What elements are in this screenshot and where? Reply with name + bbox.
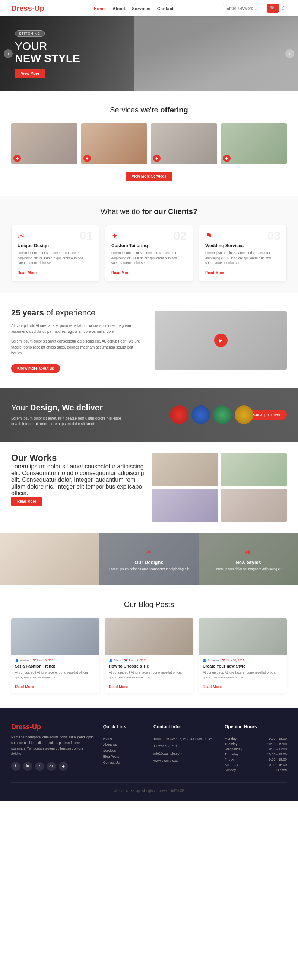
hero-section: STITCHING YOUR NEW STYLE View More ‹ › [0, 16, 298, 91]
nav-home[interactable]: Home [94, 6, 106, 11]
our-designs-icon: ✂ [145, 547, 153, 557]
footer-grid: Dress-Up Nam libero tempore, cum soluta … [11, 723, 287, 773]
what-card-1: 01 ✂ Unique Design Lorem ipsum dolor sit… [11, 225, 99, 282]
blog-date-2: 📅 Nov 18, 2021 [124, 659, 147, 662]
what-card-body-2: Lorem ipsum dolor sit amet sed consectet… [112, 251, 186, 266]
footer-hours-tuesday: Tuesday10:00 - 19:00 [225, 742, 287, 746]
footer-hours-friday: Friday9:00 - 18:00 [225, 758, 287, 761]
blog-readmore-2[interactable]: Read More [109, 685, 128, 689]
spool-yellow [235, 406, 253, 424]
design-block-right: ❧ New Styles Lorem ipsum dolor sit. magn… [199, 533, 298, 585]
what-card-3: 03 ⚑ Wedding Services Lorem ipsum dolor … [199, 225, 287, 282]
service-card-1: + [11, 123, 78, 164]
what-cards-grid: 01 ✂ Unique Design Lorem ipsum dolor sit… [11, 225, 287, 282]
footer-email: info@example.com [153, 751, 216, 757]
footer-link-home[interactable]: Home [103, 737, 145, 741]
design-banner-title-bold: Design, We deliver [30, 403, 103, 412]
footer-link-about[interactable]: About Us [103, 743, 145, 746]
blog-body-text-1: At conupit edit At iure facere, pono rep… [15, 670, 96, 680]
footer-hours-thursday: Thursday10:00 - 19:00 [225, 752, 287, 756]
theme-toggle-button[interactable]: ☾ [282, 5, 287, 12]
blog-body-text-2: At conupit edit At iure facere, pono rep… [109, 670, 189, 680]
blog-date-1: 📅 Nov 15, 2021 [32, 659, 55, 662]
hero-title: YOUR NEW STYLE [15, 40, 80, 64]
footer-contact-col: Contact Info 1000T, 5th Avenue, #12841 B… [153, 723, 216, 773]
footer-social: f in t g+ ◆ [11, 762, 94, 771]
service-add-4[interactable]: + [223, 154, 231, 162]
social-linkedin-icon[interactable]: in [23, 762, 32, 771]
logo-suffix: -Up [32, 4, 44, 12]
what-we-do-section: What we do for our Clients? 01 ✂ Unique … [0, 196, 298, 293]
social-pinterest-icon[interactable]: ◆ [59, 762, 68, 771]
spool-blue [191, 406, 210, 424]
nav-services[interactable]: Services [132, 6, 150, 11]
new-styles-title: New Styles [236, 560, 261, 565]
what-card-title-1: Unique Design [18, 243, 93, 248]
works-read-more-button[interactable]: Read More [11, 497, 42, 506]
service-add-3[interactable]: + [153, 154, 161, 162]
service-add-2[interactable]: + [83, 154, 91, 162]
footer-link-blog[interactable]: Blog Posts [103, 755, 145, 759]
footer-quicklink-heading: Quick Link [103, 724, 126, 732]
works-image-3 [152, 488, 218, 522]
footer-link-contact[interactable]: Contact Us [103, 761, 145, 764]
design-banner-title-normal: Your [11, 403, 27, 412]
footer-link-services[interactable]: Services [103, 749, 145, 752]
hero-cta-button[interactable]: View More [15, 69, 45, 78]
blog-heading: Our Blog Posts [11, 600, 287, 609]
works-image-2 [220, 453, 287, 486]
service-card-3: + [151, 123, 217, 164]
footer-hours-col: Opening Hours Monday9:00 - 18:00 Tuesday… [225, 723, 287, 773]
what-card-title-3: Wedding Services [205, 243, 280, 248]
blog-section: Our Blog Posts 👤 Maxine 📅 Nov 15, 2021 S… [0, 585, 298, 708]
design-banner-body: Lorem ipsum dolor sit amet. Nilit beatae… [11, 415, 123, 427]
footer-website: www.example.com [153, 759, 216, 764]
works-heading: Our Works [11, 453, 146, 463]
blog-title-3: Create Your new Style [202, 664, 283, 668]
footer-hours-monday: Monday9:00 - 18:00 [225, 737, 287, 741]
know-more-button[interactable]: Know more about us [11, 364, 60, 373]
what-card-readmore-3[interactable]: Read More [205, 271, 224, 275]
play-button[interactable]: ▶ [214, 334, 228, 347]
what-card-num-1: 01 [79, 230, 93, 242]
what-card-readmore-2[interactable]: Read More [112, 271, 131, 275]
blog-card-2: 👤 Alters 📅 Nov 18, 2021 How to Choose a … [105, 618, 193, 693]
spool-red [170, 406, 188, 424]
social-googleplus-icon[interactable]: g+ [47, 762, 56, 771]
service-card-2: + [81, 123, 148, 164]
hero-next-button[interactable]: › [285, 49, 294, 58]
search-input[interactable] [223, 4, 264, 12]
nav-contact[interactable]: Contact [157, 6, 174, 11]
blog-title-1: Set a Fashion Trend! [15, 664, 96, 668]
footer-address: 1000T, 5th Avenue, #12841 Block, USA [153, 737, 216, 742]
experience-para-2: Lorem ipsum dolor sit amet consectetur a… [11, 339, 143, 356]
works-body: Lorem ipsum dolor sit amet consectetur a… [11, 463, 146, 497]
search-button[interactable]: 🔍 [267, 4, 279, 13]
hero-badge: STITCHING [15, 30, 45, 37]
blog-grid: 👤 Maxine 📅 Nov 15, 2021 Set a Fashion Tr… [11, 618, 287, 693]
our-designs-body: Lorem ipsum dolor sit amet consectetur a… [109, 567, 189, 571]
footer-hours-wednesday: Wednesday9:00 - 17:00 [225, 747, 287, 751]
view-more-services-button[interactable]: View More Services [126, 172, 172, 181]
blog-readmore-3[interactable]: Read More [202, 685, 222, 689]
service-add-1[interactable]: + [13, 154, 21, 162]
footer: Dress-Up Nam libero tempore, cum soluta … [0, 708, 298, 801]
social-facebook-icon[interactable]: f [11, 762, 20, 771]
experience-heading-normal: of experience [46, 308, 96, 317]
logo-prefix: Dress [11, 4, 32, 12]
our-works-section: Our Works Lorem ipsum dolor sit amet con… [0, 442, 298, 533]
nav-about[interactable]: About [113, 6, 125, 11]
what-card-readmore-1[interactable]: Read More [18, 271, 37, 275]
blog-card-3: 👤 Johnson 📅 Nov 20, 2021 Create Your new… [199, 618, 287, 693]
experience-para-1: At conupit odit At iure facere, pono rep… [11, 323, 143, 335]
site-logo: Dress-Up [11, 4, 44, 13]
social-twitter-icon[interactable]: t [35, 762, 44, 771]
what-heading-bold: for our Clients? [142, 207, 198, 216]
services-heading-normal: Services we're [110, 106, 158, 114]
what-card-num-2: 02 [173, 230, 186, 242]
works-image-1 [152, 453, 218, 486]
navbar: Dress-Up Home About Services Contact 🔍 ☾ [0, 0, 298, 16]
blog-readmore-1[interactable]: Read More [15, 685, 34, 689]
footer-logo-suffix: -Up [30, 723, 41, 730]
footer-contact-heading: Contact Info [153, 724, 180, 732]
